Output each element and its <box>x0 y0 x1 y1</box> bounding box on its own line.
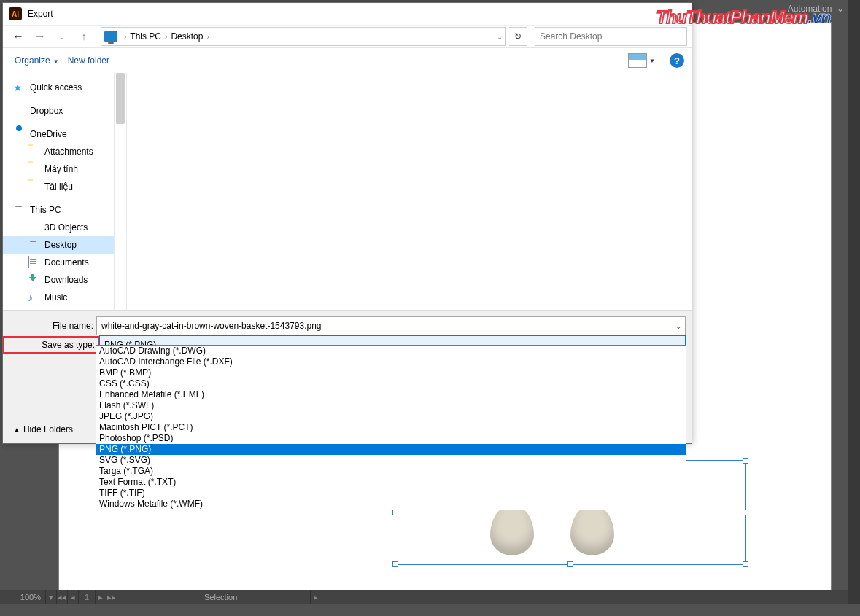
new-folder-button[interactable]: New folder <box>63 55 114 66</box>
tree-3d-objects[interactable]: 3D Objects <box>3 219 114 236</box>
tree-label: Documents <box>44 257 89 268</box>
refresh-button[interactable]: ↻ <box>509 27 527 46</box>
tree-onedrive[interactable]: OneDrive <box>3 125 114 143</box>
breadcrumb-bar[interactable]: › This PC › Desktop › ⌄ <box>101 27 506 46</box>
file-type-option[interactable]: BMP (*.BMP) <box>96 367 686 378</box>
tree-label: Tài liệu <box>44 182 73 192</box>
chevron-right-icon[interactable]: › <box>120 33 130 41</box>
back-button[interactable]: ← <box>7 30 29 43</box>
tree-label: 3D Objects <box>44 222 88 233</box>
chevron-down-icon[interactable]: ⌄ <box>672 322 685 330</box>
ai-right-panel-strip <box>848 0 860 604</box>
chevron-right-icon[interactable]: › <box>161 33 171 41</box>
view-mode-button[interactable] <box>628 53 647 68</box>
tree-quick-access[interactable]: ★Quick access <box>3 79 114 96</box>
dialog-body: ★Quick access Dropbox OneDrive Attachmen… <box>3 73 692 310</box>
hide-folders-label: Hide Folders <box>23 424 73 434</box>
zoom-level[interactable]: 100% <box>0 593 45 601</box>
tree-label: Desktop <box>44 240 77 250</box>
first-artboard-icon[interactable]: ◂◂ <box>56 590 67 604</box>
cat-image-shape <box>490 504 534 555</box>
file-name-input[interactable]: white-and-gray-cat-in-brown-woven-basket… <box>96 316 686 335</box>
file-type-option[interactable]: Targa (*.TGA) <box>96 466 686 477</box>
dropbox-icon <box>13 105 25 117</box>
tree-label: Attachments <box>44 147 93 157</box>
tree-documents[interactable]: Documents <box>3 254 114 271</box>
this-pc-icon <box>13 204 25 216</box>
file-name-label: File name: <box>3 321 96 331</box>
scrollbar-thumb[interactable] <box>116 73 125 124</box>
file-type-option[interactable]: Flash (*.SWF) <box>96 400 686 411</box>
breadcrumb-this-pc[interactable]: This PC <box>130 31 161 42</box>
organize-button[interactable]: Organize▼ <box>10 55 63 66</box>
cat-image-shape <box>570 504 614 555</box>
save-as-type-option-list: AutoCAD Drawing (*.DWG)AutoCAD Interchan… <box>96 345 686 510</box>
search-input[interactable]: Search Desktop <box>535 27 687 46</box>
tree-desktop[interactable]: Desktop <box>3 236 114 254</box>
tree-label: Dropbox <box>30 106 63 116</box>
up-button[interactable]: ↑ <box>73 31 95 42</box>
folder-icon <box>28 146 39 157</box>
artboard-number[interactable]: 1 <box>78 590 95 604</box>
hide-folders-button[interactable]: ▲ Hide Folders <box>13 424 73 434</box>
dialog-title: Export <box>28 9 53 19</box>
file-type-option[interactable]: AutoCAD Interchange File (*.DXF) <box>96 356 686 367</box>
tree-attachments[interactable]: Attachments <box>3 143 114 160</box>
history-dropdown-icon[interactable]: ⌄ <box>51 33 73 41</box>
breadcrumb-dropdown-icon[interactable]: ⌄ <box>497 33 503 41</box>
file-type-option[interactable]: SVG (*.SVG) <box>96 455 686 466</box>
chevron-up-icon: ▲ <box>13 426 20 434</box>
tree-label: This PC <box>30 205 61 215</box>
this-pc-icon <box>28 239 39 251</box>
scroll-left-icon[interactable]: ▸ <box>310 590 321 604</box>
navigation-tree: ★Quick access Dropbox OneDrive Attachmen… <box>3 73 114 310</box>
last-artboard-icon[interactable]: ▸▸ <box>106 590 117 604</box>
document-icon <box>28 257 39 268</box>
dialog-titlebar: Ai Export <box>3 3 692 25</box>
status-tool: Selection <box>204 593 237 601</box>
breadcrumb-desktop[interactable]: Desktop <box>171 31 203 42</box>
tree-music[interactable]: ♪Music <box>3 289 114 306</box>
dialog-toolbar: Organize▼ New folder ▼ ? <box>3 48 692 73</box>
file-list-area[interactable] <box>126 73 692 310</box>
prev-artboard-icon[interactable]: ◂ <box>67 590 78 604</box>
this-pc-icon <box>104 31 117 42</box>
view-mode-dropdown-icon[interactable]: ▼ <box>649 58 655 64</box>
folder-icon <box>28 163 39 175</box>
tree-label: Downloads <box>44 275 88 285</box>
file-type-option[interactable]: CSS (*.CSS) <box>96 378 686 389</box>
ai-status-bar: 100% ▾ ◂◂ ◂ 1 ▸ ▸▸ Selection ▸ <box>0 590 848 604</box>
file-type-option[interactable]: TIFF (*.TIF) <box>96 488 686 499</box>
file-type-option[interactable]: Photoshop (*.PSD) <box>96 433 686 444</box>
tree-scrollbar[interactable] <box>114 73 126 310</box>
tree-this-pc[interactable]: This PC <box>3 201 114 219</box>
next-artboard-icon[interactable]: ▸ <box>95 590 106 604</box>
tree-dropbox[interactable]: Dropbox <box>3 102 114 120</box>
file-type-option[interactable]: Windows Metafile (*.WMF) <box>96 499 686 510</box>
forward-button[interactable]: → <box>29 30 51 43</box>
file-type-option[interactable]: JPEG (*.JPG) <box>96 411 686 422</box>
star-icon: ★ <box>13 82 25 93</box>
file-type-option[interactable]: Enhanced Metafile (*.EMF) <box>96 389 686 400</box>
file-type-option[interactable]: Text Format (*.TXT) <box>96 477 686 488</box>
folder-icon <box>28 181 39 192</box>
file-type-option[interactable]: PNG (*.PNG) <box>96 444 686 455</box>
save-as-type-label: Save as type: <box>3 336 99 354</box>
nav-bar: ← → ⌄ ↑ › This PC › Desktop › ⌄ ↻ Search… <box>3 25 692 48</box>
tree-downloads[interactable]: Downloads <box>3 271 114 289</box>
zoom-dropdown-icon[interactable]: ▾ <box>45 590 56 604</box>
cloud-icon <box>13 128 25 140</box>
file-type-option[interactable]: AutoCAD Drawing (*.DWG) <box>96 346 686 356</box>
tree-label: Quick access <box>30 82 82 93</box>
tree-may-tinh[interactable]: Máy tính <box>3 160 114 178</box>
download-icon <box>28 274 39 286</box>
illustrator-app-icon: Ai <box>9 7 22 20</box>
help-button[interactable]: ? <box>670 53 684 68</box>
file-type-option[interactable]: Macintosh PICT (*.PCT) <box>96 422 686 433</box>
tree-tai-lieu[interactable]: Tài liệu <box>3 178 114 195</box>
file-name-value: white-and-gray-cat-in-brown-woven-basket… <box>97 321 672 331</box>
cube-icon <box>28 222 39 233</box>
chevron-right-icon[interactable]: › <box>203 33 212 41</box>
tree-label: Music <box>44 292 67 303</box>
automation-menu[interactable]: Automation ⌄ <box>788 0 860 14</box>
